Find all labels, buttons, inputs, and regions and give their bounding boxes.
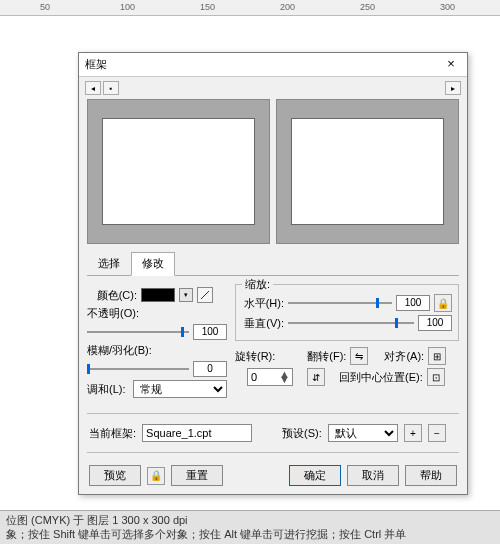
flip-v-icon[interactable]: ⇵: [307, 368, 325, 386]
scale-v-slider[interactable]: [288, 316, 414, 330]
preset-label: 预设(S):: [282, 426, 322, 441]
preset-remove-button[interactable]: −: [428, 424, 446, 442]
tab-select[interactable]: 选择: [87, 252, 131, 275]
flip-label: 翻转(F):: [307, 349, 346, 364]
status-line-1: 位图 (CMYK) 于 图层 1 300 x 300 dpi: [6, 513, 494, 527]
recenter-label: 回到中心位置(E):: [339, 370, 423, 385]
align-label: 对齐(A):: [384, 349, 424, 364]
close-icon[interactable]: ×: [441, 56, 461, 74]
preset-add-button[interactable]: +: [404, 424, 422, 442]
color-swatch[interactable]: [141, 288, 175, 302]
reset-button[interactable]: 重置: [171, 465, 223, 486]
frame-dialog: 框架 × ◂ ▪ ▸ 选择 修改 颜色(C): ▾ 不透明(O):: [78, 52, 468, 495]
ok-button[interactable]: 确定: [289, 465, 341, 486]
opacity-value[interactable]: 100: [193, 324, 227, 340]
eyedropper-icon[interactable]: [197, 287, 213, 303]
status-bar: 位图 (CMYK) 于 图层 1 300 x 300 dpi 象；按住 Shif…: [0, 510, 500, 544]
dialog-title: 框架: [85, 57, 441, 72]
rotate-spinner[interactable]: 0 ▲▼: [247, 368, 293, 386]
current-frame-label: 当前框架:: [89, 426, 136, 441]
scale-v-label: 垂直(V):: [242, 316, 284, 331]
blur-slider[interactable]: [87, 362, 189, 376]
current-frame-input[interactable]: [142, 424, 252, 442]
preview-lock-icon[interactable]: 🔒: [147, 467, 165, 485]
blend-combo[interactable]: 常规: [133, 380, 227, 398]
nav-prev-icon[interactable]: ◂: [85, 81, 101, 95]
nav-next-icon[interactable]: ▸: [445, 81, 461, 95]
tab-modify[interactable]: 修改: [131, 252, 175, 276]
color-dropdown-icon[interactable]: ▾: [179, 288, 193, 302]
nav-list-icon[interactable]: ▪: [103, 81, 119, 95]
ruler-horizontal: 50 100 150 200 250 300: [0, 0, 500, 16]
blend-label: 调和(L):: [87, 382, 129, 397]
scale-group-label: 缩放:: [242, 277, 273, 292]
rotate-label: 旋转(R):: [235, 349, 275, 364]
cancel-button[interactable]: 取消: [347, 465, 399, 486]
blur-value[interactable]: 0: [193, 361, 227, 377]
scale-v-value[interactable]: 100: [418, 315, 452, 331]
dialog-titlebar[interactable]: 框架 ×: [79, 53, 467, 77]
preview-button[interactable]: 预览: [89, 465, 141, 486]
preset-combo[interactable]: 默认: [328, 424, 398, 442]
scale-h-label: 水平(H):: [242, 296, 284, 311]
blur-label: 模糊/羽化(B):: [87, 343, 227, 358]
opacity-label: 不透明(O):: [87, 306, 227, 321]
preview-result[interactable]: [276, 99, 459, 244]
lock-aspect-icon[interactable]: 🔒: [434, 294, 452, 312]
help-button[interactable]: 帮助: [405, 465, 457, 486]
scale-h-value[interactable]: 100: [396, 295, 430, 311]
flip-h-icon[interactable]: ⇋: [350, 347, 368, 365]
color-label: 颜色(C):: [87, 288, 137, 303]
opacity-slider[interactable]: [87, 325, 189, 339]
scale-h-slider[interactable]: [288, 296, 392, 310]
preview-original[interactable]: [87, 99, 270, 244]
status-line-2: 象；按住 Shift 键单击可选择多个对象；按住 Alt 键单击可进行挖掘；按住…: [6, 527, 494, 541]
align-icon[interactable]: ⊞: [428, 347, 446, 365]
recenter-icon[interactable]: ⊡: [427, 368, 445, 386]
